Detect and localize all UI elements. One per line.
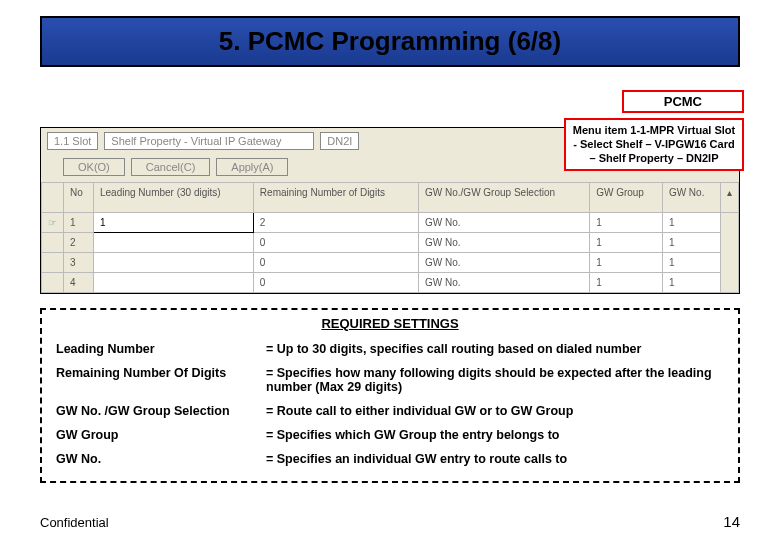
cell-rem[interactable]: 0	[253, 273, 418, 293]
settings-val: = Specifies an individual GW entry to ro…	[262, 447, 728, 471]
cell-grp[interactable]: 1	[590, 233, 663, 253]
settings-key: GW Group	[52, 423, 262, 447]
footer-confidential: Confidential	[40, 515, 109, 530]
cell-gw[interactable]: 1	[662, 253, 720, 273]
cell-lead[interactable]	[94, 273, 254, 293]
slide-title-bar: 5. PCMC Programming (6/8)	[40, 16, 740, 67]
page-number: 14	[723, 513, 740, 530]
ok-button[interactable]: OK(O)	[63, 158, 125, 176]
table-row: 4 0 GW No. 1 1	[42, 273, 739, 293]
required-settings-table: Leading Number= Up to 30 digits, specifi…	[52, 337, 728, 471]
slide-title: 5. PCMC Programming (6/8)	[52, 26, 728, 57]
cell-grp[interactable]: 1	[590, 273, 663, 293]
col-grp: GW Group	[590, 183, 663, 213]
cell-lead[interactable]	[94, 233, 254, 253]
col-blank	[42, 183, 64, 213]
settings-row: Leading Number= Up to 30 digits, specifi…	[52, 337, 728, 361]
apply-button[interactable]: Apply(A)	[216, 158, 288, 176]
cell-no: 4	[64, 273, 94, 293]
settings-row: GW No. /GW Group Selection= Route call t…	[52, 399, 728, 423]
cell-sel[interactable]: GW No.	[419, 253, 590, 273]
table-row: 3 0 GW No. 1 1	[42, 253, 739, 273]
slot-field: 1.1 Slot	[47, 132, 98, 150]
cancel-button[interactable]: Cancel(C)	[131, 158, 211, 176]
settings-key: GW No.	[52, 447, 262, 471]
table-header-row: No Leading Number (30 digits) Remaining …	[42, 183, 739, 213]
cell-sel[interactable]: GW No.	[419, 233, 590, 253]
cell-rem[interactable]: 0	[253, 253, 418, 273]
table-row: ☞ 1 1 2 GW No. 1 1	[42, 213, 739, 233]
dn2ip-table: No Leading Number (30 digits) Remaining …	[41, 182, 739, 293]
cell-sel[interactable]: GW No.	[419, 213, 590, 233]
scrollbar-up-icon[interactable]: ▴	[721, 183, 739, 213]
property-field: Shelf Property - Virtual IP Gateway	[104, 132, 314, 150]
col-lead: Leading Number (30 digits)	[94, 183, 254, 213]
table-row: 2 0 GW No. 1 1	[42, 233, 739, 253]
settings-val: = Up to 30 digits, specifies call routin…	[262, 337, 728, 361]
settings-val: = Specifies which GW Group the entry bel…	[262, 423, 728, 447]
settings-row: GW Group= Specifies which GW Group the e…	[52, 423, 728, 447]
settings-val: = Route call to either individual GW or …	[262, 399, 728, 423]
cell-grp[interactable]: 1	[590, 253, 663, 273]
col-gw: GW No.	[662, 183, 720, 213]
row-indicator-icon	[42, 233, 64, 253]
settings-key: Leading Number	[52, 337, 262, 361]
col-rem: Remaining Number of Digits	[253, 183, 418, 213]
required-settings-box: REQUIRED SETTINGS Leading Number= Up to …	[40, 308, 740, 483]
scrollbar-track[interactable]	[721, 213, 739, 293]
cell-gw[interactable]: 1	[662, 213, 720, 233]
tab-field: DN2I	[320, 132, 359, 150]
settings-val: = Specifies how many following digits sh…	[262, 361, 728, 399]
cell-rem[interactable]: 0	[253, 233, 418, 253]
cell-grp[interactable]: 1	[590, 213, 663, 233]
settings-key: Remaining Number Of Digits	[52, 361, 262, 399]
col-no: No	[64, 183, 94, 213]
row-indicator-icon	[42, 253, 64, 273]
col-sel: GW No./GW Group Selection	[419, 183, 590, 213]
cell-lead-editing[interactable]: 1	[94, 213, 254, 233]
cell-no: 1	[64, 213, 94, 233]
cell-sel[interactable]: GW No.	[419, 273, 590, 293]
settings-row: Remaining Number Of Digits= Specifies ho…	[52, 361, 728, 399]
menu-path-callout: Menu item 1-1-MPR Virtual Slot - Select …	[564, 118, 744, 171]
cell-no: 2	[64, 233, 94, 253]
row-indicator-icon: ☞	[42, 213, 64, 233]
pcmc-label: PCMC	[622, 90, 744, 113]
settings-key: GW No. /GW Group Selection	[52, 399, 262, 423]
cell-lead[interactable]	[94, 253, 254, 273]
cell-rem[interactable]: 2	[253, 213, 418, 233]
required-settings-title: REQUIRED SETTINGS	[52, 316, 728, 331]
cell-gw[interactable]: 1	[662, 273, 720, 293]
settings-row: GW No.= Specifies an individual GW entry…	[52, 447, 728, 471]
row-indicator-icon	[42, 273, 64, 293]
cell-no: 3	[64, 253, 94, 273]
cell-gw[interactable]: 1	[662, 233, 720, 253]
